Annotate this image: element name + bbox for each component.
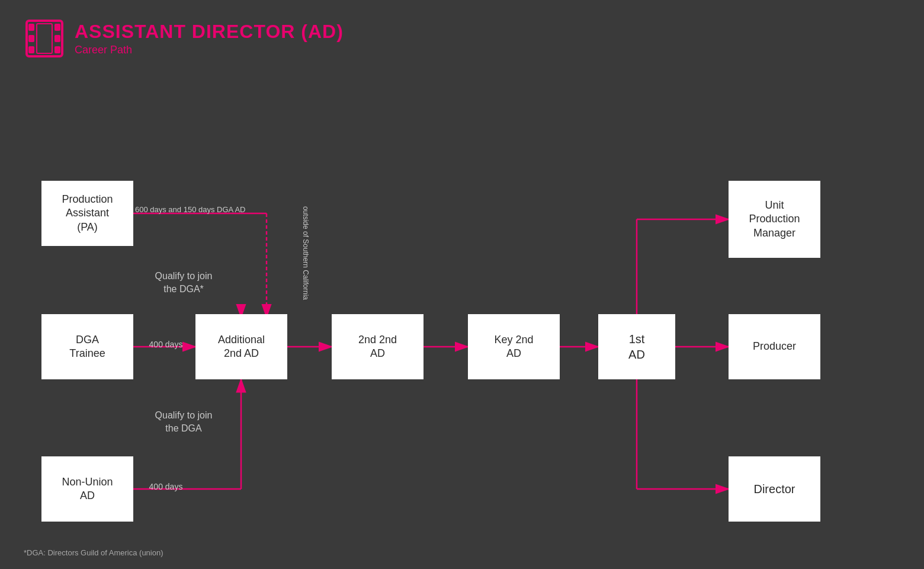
box-1st-ad: 1stAD <box>598 314 675 379</box>
svg-rect-2 <box>28 24 34 31</box>
film-icon <box>24 18 65 59</box>
box-producer: Producer <box>729 314 820 379</box>
label-qualify-dga-bottom: Qualify to jointhe DGA <box>136 409 231 436</box>
label-400-days-trainee: 400 days <box>139 339 192 351</box>
svg-rect-3 <box>28 35 34 42</box>
header: ASSISTANT DIRECTOR (AD) Career Path <box>0 0 924 77</box>
box-non-union-ad: Non-UnionAD <box>41 456 133 522</box>
career-path-diagram: ProductionAssistant(PA) DGATrainee Addit… <box>0 83 924 557</box>
label-400-days-nonunion: 400 days <box>139 481 192 493</box>
box-director: Director <box>729 456 820 522</box>
svg-rect-4 <box>28 46 34 53</box>
box-dga-trainee: DGATrainee <box>41 314 133 379</box>
label-qualify-dga-top: Qualify to jointhe DGA* <box>136 270 231 296</box>
svg-rect-7 <box>54 46 60 53</box>
box-2nd-2nd-ad: 2nd 2ndAD <box>332 314 424 379</box>
box-upm: UnitProductionManager <box>729 181 820 258</box>
box-additional-2nd-ad: Additional2nd AD <box>195 314 287 379</box>
box-pa: ProductionAssistant(PA) <box>41 181 133 246</box>
svg-rect-5 <box>54 24 60 31</box>
header-text: ASSISTANT DIRECTOR (AD) Career Path <box>75 21 344 56</box>
svg-rect-6 <box>54 35 60 42</box>
label-600-days: 600 days and 150 days DGA AD <box>135 204 245 215</box>
svg-rect-8 <box>37 24 52 53</box>
page-subtitle: Career Path <box>75 44 344 56</box>
box-key-2nd-ad: Key 2ndAD <box>468 314 560 379</box>
label-outside-sc: outside of Southern California <box>301 206 310 300</box>
footnote: *DGA: Directors Guild of America (union) <box>24 548 163 557</box>
page-title: ASSISTANT DIRECTOR (AD) <box>75 21 344 43</box>
